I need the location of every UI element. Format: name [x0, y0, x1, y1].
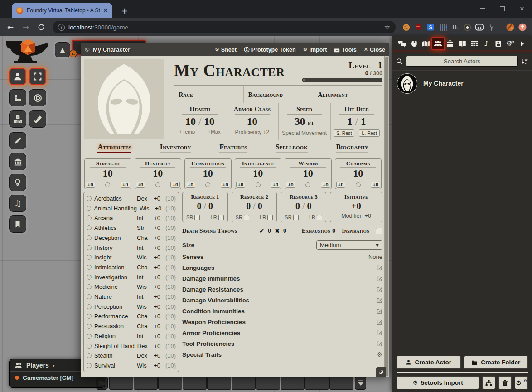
ability-score[interactable]: 10 — [353, 168, 363, 178]
ruler-tool-button[interactable] — [29, 110, 46, 128]
edit-trait-icon[interactable] — [377, 308, 382, 314]
character-name[interactable]: My Character — [174, 58, 302, 83]
skill-proficiency-radio[interactable] — [87, 265, 92, 270]
ability-save[interactable]: +0 — [271, 182, 280, 188]
resource-label[interactable]: Resource 3 — [290, 194, 318, 201]
speed-value[interactable]: 30 ft — [295, 116, 314, 129]
save-proficiency-radio[interactable] — [356, 182, 361, 187]
tab-inventory[interactable]: Inventory — [160, 143, 191, 153]
edit-trait-icon[interactable] — [377, 319, 382, 325]
skill-row[interactable]: Insight Wis +0 (10) — [87, 253, 176, 262]
ability-score[interactable]: 10 — [253, 168, 263, 178]
tab-close-icon[interactable]: ✕ — [103, 7, 108, 14]
tab-scenes[interactable] — [420, 38, 432, 49]
long-rest-button[interactable]: L. Rest — [359, 129, 379, 137]
tab-items[interactable] — [444, 38, 456, 49]
macro-slot[interactable] — [158, 376, 182, 390]
cookie-extension-icon[interactable] — [402, 23, 410, 31]
tab-spellbook[interactable]: Spellbook — [276, 143, 308, 153]
resource-value[interactable]: 0/0 — [295, 201, 312, 211]
tab-settings[interactable]: ⚙⚙ — [504, 38, 516, 49]
ability-save[interactable]: +0 — [170, 182, 180, 188]
sheet-resize-handle[interactable] — [376, 367, 386, 377]
skill-proficiency-radio[interactable] — [87, 353, 92, 358]
edit-trait-icon[interactable] — [377, 330, 382, 336]
xp-display[interactable]: 0 / 300 — [302, 70, 382, 76]
ac-value[interactable]: 10 — [247, 116, 257, 128]
death-success-count[interactable]: 0 — [266, 228, 273, 234]
hit-dice-value[interactable]: 1/1 — [347, 116, 366, 128]
macro-slot[interactable] — [183, 376, 207, 390]
back-button[interactable]: ← — [4, 20, 17, 34]
hp-value[interactable]: 10/10 — [185, 116, 214, 128]
macro-slot[interactable] — [329, 376, 353, 390]
create-actor-button[interactable]: Create Actor — [397, 356, 461, 369]
tab-combat[interactable] — [408, 38, 420, 49]
foundry-anvil-logo[interactable] — [2, 37, 54, 67]
edit-trait-icon[interactable] — [377, 287, 382, 292]
resource-label[interactable]: Resource 1 — [191, 194, 219, 201]
create-folder-button[interactable]: Create Folder — [464, 356, 528, 369]
ability-modifier[interactable]: +0 — [286, 182, 295, 188]
ability-modifier[interactable]: +0 — [236, 182, 246, 188]
ability-modifier[interactable]: +0 — [336, 182, 346, 188]
skill-row[interactable]: History Int +0 (10) — [87, 243, 176, 253]
ability-name[interactable]: Strength — [96, 160, 120, 167]
macro-slot[interactable] — [281, 376, 305, 390]
macro-slot[interactable] — [207, 376, 231, 390]
resource-value[interactable]: 0/0 — [197, 201, 213, 211]
skill-row[interactable]: Deception Cha +0 (10) — [87, 233, 176, 243]
folder-tree-button[interactable] — [482, 376, 495, 389]
sidebar-collapse-icon[interactable] — [517, 38, 528, 49]
5etools-import-button[interactable]: ⚙ 5etools Import — [397, 376, 479, 389]
character-portrait[interactable] — [84, 59, 164, 139]
dice-roller-button[interactable] — [9, 110, 26, 128]
ability-name[interactable]: Wisdom — [298, 160, 318, 167]
ability-score[interactable]: 10 — [103, 168, 113, 178]
window-maximize-button[interactable] — [492, 0, 512, 17]
ability-save[interactable]: +0 — [321, 182, 330, 188]
ability-save[interactable]: +0 — [121, 182, 130, 188]
url-bar[interactable]: i localhost:30000/game ☆ — [53, 21, 396, 33]
new-tab-button[interactable]: + — [119, 5, 131, 16]
skill-proficiency-radio[interactable] — [87, 196, 92, 201]
tab-chat[interactable] — [396, 38, 408, 49]
hotbar-page-button[interactable] — [355, 376, 366, 390]
window-minimize-button[interactable] — [472, 0, 492, 17]
sr-checkbox[interactable] — [194, 215, 200, 220]
delete-button[interactable] — [498, 376, 512, 389]
ability-save[interactable]: +0 — [371, 182, 380, 188]
ability-modifier[interactable]: +0 — [186, 182, 195, 188]
reload-button[interactable] — [34, 20, 48, 34]
lr-checkbox[interactable] — [218, 215, 224, 220]
tab-actors[interactable] — [432, 38, 444, 49]
sound-controls-button[interactable]: ♫ — [9, 195, 26, 212]
bookmark-star-icon[interactable]: ☆ — [384, 23, 390, 31]
forward-button[interactable]: → — [19, 20, 33, 34]
prototype-token-button[interactable]: Prototype Token — [244, 47, 296, 53]
max-hp-field[interactable]: +Max — [208, 129, 220, 134]
skill-proficiency-radio[interactable] — [87, 245, 92, 250]
ability-name[interactable]: Charisma — [346, 160, 370, 167]
tools-button[interactable]: Tools — [334, 47, 356, 53]
tab-features[interactable]: Features — [219, 143, 247, 153]
skill-row[interactable]: Intimidation Cha +0 (10) — [87, 263, 176, 272]
macro-slot[interactable] — [109, 376, 133, 390]
site-info-icon[interactable]: i — [58, 24, 65, 31]
save-proficiency-radio[interactable] — [256, 182, 261, 187]
import-button[interactable]: ⚙Import — [303, 47, 327, 53]
skill-proficiency-radio[interactable] — [87, 225, 92, 230]
tab-attributes[interactable]: Attributes — [97, 143, 131, 153]
resource-label[interactable]: Resource 2 — [240, 194, 268, 201]
drawing-tools-button[interactable] — [9, 132, 26, 149]
save-proficiency-radio[interactable] — [305, 182, 310, 187]
skill-row[interactable]: Survival Wis +0 (10) — [87, 361, 176, 370]
alignment-field[interactable]: Alignment — [313, 86, 382, 103]
initiative-label[interactable]: Initiative — [344, 194, 368, 201]
initiative-modifier[interactable]: Modifier +0 — [341, 213, 371, 220]
skill-row[interactable]: Performance Cha +0 (10) — [87, 311, 176, 321]
s-extension-icon[interactable]: S — [426, 23, 435, 31]
race-field[interactable]: Race — [174, 86, 244, 103]
skill-row[interactable]: Nature Int +0 (10) — [87, 292, 176, 301]
window-close-button[interactable]: ✕ — [512, 0, 532, 17]
